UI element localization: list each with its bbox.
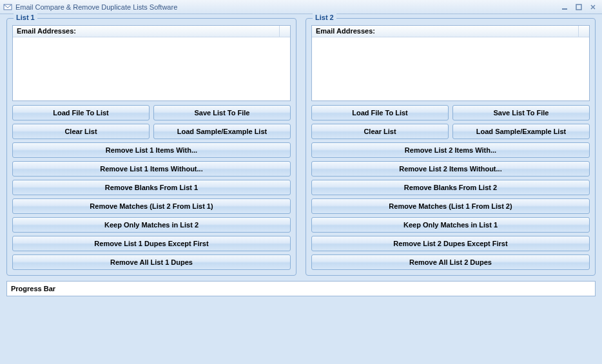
svg-rect-1 (562, 8, 567, 10)
list2-listbox-header: Email Addresses: (312, 26, 589, 37)
list2-remove-all-dupes-button[interactable]: Remove All List 2 Dupes (311, 254, 590, 270)
app-icon (3, 2, 13, 12)
list1-load-sample-button[interactable]: Load Sample/Example List (153, 124, 291, 139)
list1-remove-without-button[interactable]: Remove List 1 Items Without... (12, 161, 291, 177)
titlebar: Email Compare & Remove Duplicate Lists S… (0, 0, 602, 14)
list2-listbox[interactable]: Email Addresses: (311, 25, 590, 101)
list1-legend: List 1 (14, 14, 37, 21)
svg-rect-2 (576, 5, 581, 10)
list2-remove-without-button[interactable]: Remove List 2 Items Without... (311, 161, 590, 177)
list1-column-spacer (280, 26, 290, 37)
list2-save-file-button[interactable]: Save List To File (452, 105, 590, 120)
list2-remove-blanks-button[interactable]: Remove Blanks From List 2 (311, 180, 590, 195)
list2-clear-button[interactable]: Clear List (311, 124, 449, 139)
close-button[interactable] (587, 3, 599, 12)
list1-column-header[interactable]: Email Addresses: (13, 26, 280, 37)
lists-row: List 1 Email Addresses: Load File To Lis… (6, 18, 596, 276)
window-title: Email Compare & Remove Duplicate Lists S… (15, 3, 557, 11)
list1-keep-matches-button[interactable]: Keep Only Matches in List 2 (12, 217, 291, 233)
list2-column-spacer (579, 26, 589, 37)
list1-remove-with-button[interactable]: Remove List 1 Items With... (12, 142, 291, 158)
list1-listbox[interactable]: Email Addresses: (12, 25, 291, 101)
list2-keep-matches-button[interactable]: Keep Only Matches in List 1 (311, 217, 590, 233)
list1-groupbox: List 1 Email Addresses: Load File To Lis… (6, 18, 296, 276)
list1-remove-matches-button[interactable]: Remove Matches (List 2 From List 1) (12, 198, 291, 214)
list2-remove-matches-button[interactable]: Remove Matches (List 1 From List 2) (311, 198, 590, 214)
minimize-button[interactable] (558, 3, 571, 12)
list1-remove-blanks-button[interactable]: Remove Blanks From List 1 (12, 180, 291, 195)
list1-listbox-header: Email Addresses: (13, 26, 290, 37)
list1-remove-all-dupes-button[interactable]: Remove All List 1 Dupes (12, 254, 291, 270)
content-area: List 1 Email Addresses: Load File To Lis… (0, 14, 602, 300)
progress-bar: Progress Bar (6, 281, 596, 296)
list1-save-file-button[interactable]: Save List To File (153, 105, 291, 120)
maximize-button[interactable] (572, 3, 585, 12)
list1-remove-dupes-except-first-button[interactable]: Remove List 1 Dupes Except First (12, 236, 291, 251)
list2-groupbox: List 2 Email Addresses: Load File To Lis… (306, 18, 596, 276)
list2-column-header[interactable]: Email Addresses: (312, 26, 579, 37)
progress-label: Progress Bar (11, 285, 55, 292)
list1-load-file-button[interactable]: Load File To List (12, 105, 150, 120)
list1-clear-button[interactable]: Clear List (12, 124, 150, 139)
list2-remove-with-button[interactable]: Remove List 2 Items With... (311, 142, 590, 158)
list2-legend: List 2 (313, 14, 336, 21)
list2-remove-dupes-except-first-button[interactable]: Remove List 2 Dupes Except First (311, 236, 590, 251)
list2-load-sample-button[interactable]: Load Sample/Example List (452, 124, 590, 139)
list2-load-file-button[interactable]: Load File To List (311, 105, 449, 120)
